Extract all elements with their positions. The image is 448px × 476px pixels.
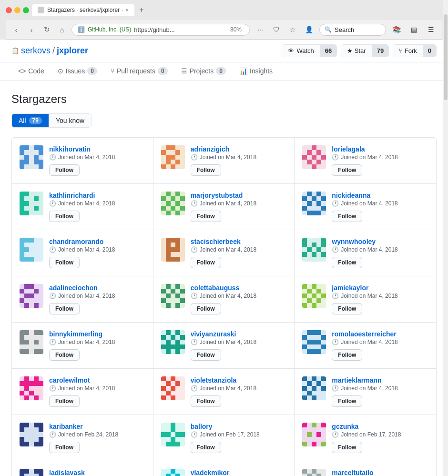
refresh-button[interactable]: ↻ — [41, 24, 52, 35]
follow-button[interactable]: Follow — [49, 164, 80, 176]
menu-icon[interactable]: ☰ — [424, 23, 438, 36]
browser-dots — [6, 7, 29, 13]
follow-button[interactable]: Follow — [49, 349, 80, 361]
more-button[interactable]: ··· — [254, 23, 267, 36]
stargazer-username[interactable]: ladislavask — [49, 469, 145, 476]
stargazer-username[interactable]: ballory — [191, 423, 287, 430]
follow-button[interactable]: Follow — [332, 303, 362, 314]
follow-button[interactable]: Follow — [191, 164, 221, 176]
stargazer-username[interactable]: nickideanna — [332, 192, 428, 199]
svg-rect-111 — [161, 284, 185, 308]
follow-button[interactable]: Follow — [332, 349, 362, 361]
svg-rect-29 — [316, 150, 321, 155]
stargazer-info: jamiekaylor 🕐 Joined on Mar 4, 2018 Foll… — [332, 284, 428, 314]
follow-button[interactable]: Follow — [332, 211, 362, 222]
svg-rect-5 — [20, 150, 24, 155]
stargazer-username[interactable]: jamiekaylor — [332, 284, 428, 292]
clock-icon: 🕐 — [332, 431, 339, 438]
stargazer-username[interactable]: lorielagala — [332, 145, 428, 153]
stargazer-username[interactable]: gczunka — [332, 423, 428, 430]
svg-rect-82 — [24, 257, 29, 262]
svg-rect-208 — [321, 423, 326, 427]
tab-close-icon[interactable]: × — [126, 7, 129, 13]
filter-all-tab[interactable]: All 79 — [12, 114, 49, 127]
back-button[interactable]: ‹ — [10, 24, 22, 35]
svg-rect-100 — [302, 238, 307, 243]
stargazer-username[interactable]: violetstanziola — [191, 376, 287, 384]
filter-you-know-label: You know — [56, 117, 84, 124]
repo-link[interactable]: jxplorer — [57, 46, 88, 56]
nav-pullrequests[interactable]: ⑂ Pull requests 0 — [104, 62, 174, 81]
follow-button[interactable]: Follow — [49, 395, 80, 407]
nav-projects[interactable]: ☰ Projects 0 — [174, 62, 233, 81]
follow-button[interactable]: Follow — [332, 164, 362, 176]
stargazer-username[interactable]: adrianzigich — [191, 145, 287, 153]
follow-button[interactable]: Follow — [191, 303, 221, 314]
follow-button[interactable]: Follow — [332, 257, 362, 268]
scrollbar[interactable] — [443, 0, 448, 476]
nav-issues[interactable]: ⊙ Issues 0 — [51, 62, 104, 81]
star-count[interactable]: 79 — [372, 45, 388, 57]
stargazer-username[interactable]: marjorystubstad — [191, 192, 287, 199]
fork-button[interactable]: ⑂ Fork — [393, 45, 423, 57]
reader-icon[interactable]: ▤ — [407, 23, 420, 36]
follow-button[interactable]: Follow — [49, 257, 80, 268]
svg-rect-112 — [166, 284, 171, 289]
stargazer-username[interactable]: martieklarmann — [332, 376, 428, 384]
home-button[interactable]: ⌂ — [56, 24, 68, 35]
shield-icon[interactable]: 🛡 — [270, 23, 283, 36]
owner-link[interactable]: serkovs — [21, 46, 51, 56]
follow-button[interactable]: Follow — [49, 442, 80, 453]
forward-button[interactable]: › — [26, 24, 37, 35]
stargazer-username[interactable]: marceltutailo — [332, 469, 428, 476]
filter-you-know-tab[interactable]: You know — [49, 114, 91, 127]
url-text: https://github... — [134, 26, 225, 33]
minimize-dot[interactable] — [14, 7, 20, 13]
fork-count[interactable]: 0 — [423, 45, 436, 57]
tab-label: Stargazers · serkovs/jxplorer · — [47, 7, 123, 13]
stargazer-username[interactable]: adalineciochon — [49, 284, 145, 292]
browser-tab[interactable]: Stargazers · serkovs/jxplorer · × — [32, 4, 134, 16]
toolbar-icons: ··· 🛡 ☆ 👤 — [254, 23, 316, 36]
close-dot[interactable] — [6, 7, 12, 13]
stargazer-username[interactable]: viviyanzuraski — [191, 330, 287, 338]
svg-rect-168 — [29, 391, 34, 395]
watch-button[interactable]: 👁 Watch — [282, 45, 319, 57]
follow-button[interactable]: Follow — [49, 303, 80, 314]
stargazer-username[interactable]: stacischierbeek — [191, 238, 287, 245]
list-item: gczunka 🕐 Joined on Feb 17, 2018 Follow — [295, 415, 436, 461]
stargazer-username[interactable]: binnykimmerling — [49, 330, 145, 338]
stargazer-username[interactable]: colettabauguss — [191, 284, 287, 292]
address-bar[interactable]: ℹ️ GitHub, Inc. (US) https://github... 8… — [71, 24, 250, 36]
stargazer-username[interactable]: vladekmikor — [191, 469, 287, 476]
new-tab-button[interactable]: + — [137, 6, 145, 14]
stargazer-username[interactable]: nikkihorvatin — [49, 145, 145, 153]
stargazer-username[interactable]: wynnwhooley — [332, 238, 428, 245]
follow-button[interactable]: Follow — [191, 349, 221, 361]
nav-code[interactable]: <> Code — [11, 62, 51, 81]
follow-button[interactable]: Follow — [191, 395, 221, 407]
scrollbar-thumb[interactable] — [444, 14, 448, 100]
follow-button[interactable]: Follow — [49, 211, 80, 222]
profile-icon[interactable]: 👤 — [302, 23, 316, 36]
stargazer-username[interactable]: romolaoesterreicher — [332, 330, 428, 338]
follow-button[interactable]: Follow — [191, 442, 221, 453]
bookmark-icon[interactable]: ☆ — [286, 23, 299, 36]
stargazer-username[interactable]: kathlinrichardi — [49, 192, 145, 199]
stargazer-username[interactable]: chandramorando — [49, 238, 145, 245]
search-icon: 🔍 — [325, 26, 332, 33]
nav-insights[interactable]: 📊 Insights — [233, 62, 279, 81]
stargazer-username[interactable]: carolewilmot — [49, 376, 145, 384]
watch-count[interactable]: 66 — [320, 45, 336, 57]
follow-button[interactable]: Follow — [332, 395, 362, 407]
svg-rect-86 — [166, 243, 171, 247]
maximize-dot[interactable] — [23, 7, 29, 13]
star-button[interactable]: ★ Star — [341, 45, 371, 57]
stargazer-username[interactable]: karibanker — [49, 423, 145, 430]
follow-button[interactable]: Follow — [191, 211, 221, 222]
follow-button[interactable]: Follow — [191, 257, 221, 268]
search-box[interactable]: 🔍 Search — [319, 24, 386, 36]
svg-rect-81 — [20, 257, 24, 262]
bookmarks-icon[interactable]: 📚 — [390, 23, 403, 36]
follow-button[interactable]: Follow — [332, 442, 362, 453]
